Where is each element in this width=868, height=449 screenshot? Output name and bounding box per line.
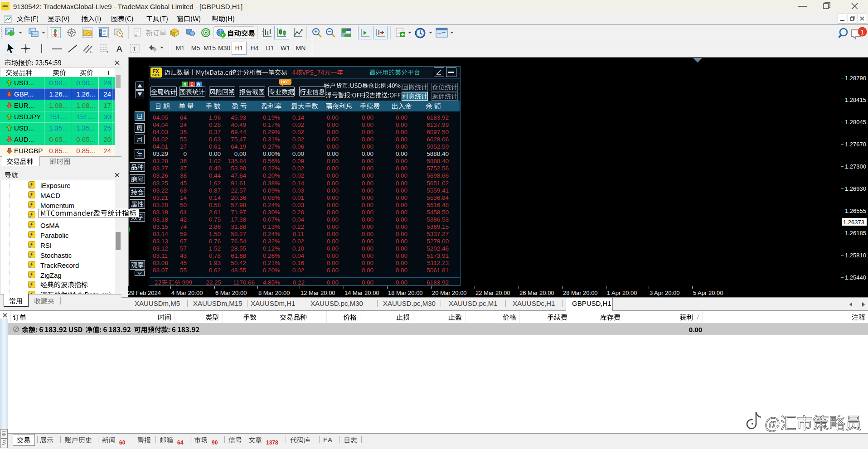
svg-text:E: E bbox=[90, 50, 92, 54]
svg-text:1: 1 bbox=[861, 29, 864, 36]
svg-text:F: F bbox=[107, 50, 109, 54]
svg-text:A: A bbox=[116, 44, 122, 53]
svg-text:T: T bbox=[132, 45, 136, 53]
